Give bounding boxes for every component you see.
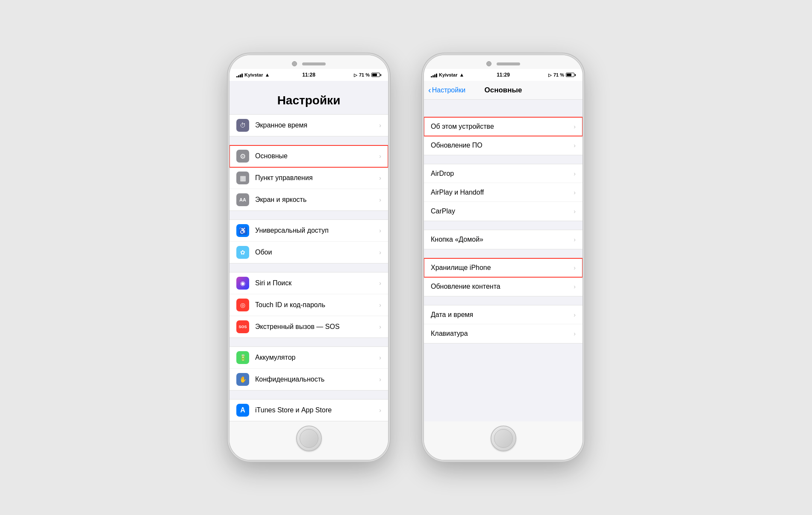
phone2-back-label: Настройки: [432, 86, 465, 94]
phone2-label-about: Об этом устройстве: [431, 123, 574, 130]
phone1-camera: [292, 61, 297, 66]
phone2-carrier: Kyivstar: [439, 72, 457, 77]
phone2-label-keyboard: Клавиатура: [431, 330, 574, 337]
phone1-row-control[interactable]: ▦ Пункт управления ›: [229, 167, 388, 189]
phone1-chevron-privacy: ›: [379, 376, 381, 383]
phone2-status-right: ▷ 71 %: [548, 72, 576, 77]
phone1-icon-siri: ◉: [236, 277, 249, 290]
phone2-label-airdrop: AirDrop: [431, 170, 574, 178]
phone1-row-display[interactable]: AA Экран и яркость ›: [229, 189, 388, 210]
phone2-row-airdrop[interactable]: AirDrop ›: [424, 164, 583, 183]
phone1-label-siri: Siri и Поиск: [255, 279, 379, 287]
phone1-row-screentime[interactable]: ⏱ Экранное время ›: [229, 115, 388, 136]
p2-signal-bar-2: [432, 75, 434, 77]
phone2-signal: [431, 73, 437, 77]
phone2-battery-fill: [567, 74, 571, 76]
battery-icon-glyph: 🔋: [239, 354, 247, 361]
phone1-chevron-sos: ›: [379, 323, 381, 330]
phone1-icon-general: ⚙: [236, 150, 249, 163]
phone2-row-bgrefresh[interactable]: Обновление контента ›: [424, 277, 583, 296]
phone2-bottom: [424, 421, 583, 460]
phone2-label-datetime: Дата и время: [431, 311, 574, 319]
phone1-camera-area: [292, 61, 326, 66]
touchid-icon-glyph: ◎: [240, 302, 245, 308]
phone1-bottom: [229, 421, 388, 460]
phone1-icon-control: ▦: [236, 172, 249, 184]
phone2-label-homebutton: Кнопка «Домой»: [431, 236, 574, 243]
phone1-battery-fill: [372, 74, 377, 76]
phone2-row-storage[interactable]: Хранилище iPhone ›: [424, 258, 583, 277]
phone2-section-1: Об этом устройстве › Обновление ПО ›: [424, 117, 583, 155]
phone1-top: [229, 55, 388, 69]
phone2-section-4: Хранилище iPhone › Обновление контента ›: [424, 258, 583, 296]
phone1-row-privacy[interactable]: ✋ Конфиденциальность ›: [229, 369, 388, 390]
phone2-section-5: Дата и время › Клавиатура ›: [424, 305, 583, 343]
phone2-home-button-inner: [494, 429, 513, 448]
phone2-row-homebutton[interactable]: Кнопка «Домой» ›: [424, 230, 583, 249]
phone1-chevron-display: ›: [379, 196, 381, 203]
phone2-row-carplay[interactable]: CarPlay ›: [424, 202, 583, 221]
phone1-chevron-wallpaper: ›: [379, 249, 381, 256]
signal-bar-3: [240, 74, 241, 77]
phone2-status-left: Kyivstar ▲: [431, 72, 464, 78]
phone1-row-touchid[interactable]: ◎ Touch ID и код-пароль ›: [229, 294, 388, 316]
phone1-row-wallpaper[interactable]: ✿ Обои ›: [229, 242, 388, 263]
sos-icon-glyph: SOS: [238, 325, 247, 329]
phone2-row-keyboard[interactable]: Клавиатура ›: [424, 324, 583, 343]
accessibility-icon-glyph: ♿: [238, 227, 247, 235]
phone1-icon-accessibility: ♿: [236, 224, 249, 237]
phone1-chevron-accessibility: ›: [379, 227, 381, 234]
phone1-label-control: Пункт управления: [255, 174, 379, 182]
phone1-row-accessibility[interactable]: ♿ Универсальный доступ ›: [229, 220, 388, 242]
phone1-row-general[interactable]: ⚙ Основные ›: [229, 145, 388, 167]
phone1-label-itunes: iTunes Store и App Store: [255, 406, 379, 414]
phone2-camera-area: [486, 61, 520, 66]
phone2-chevron-about: ›: [574, 123, 576, 130]
phone1-label-touchid: Touch ID и код-пароль: [255, 301, 379, 309]
p2-signal-bar-3: [434, 74, 435, 77]
phone1-battery-body: [371, 73, 380, 77]
phone2-label-airplay: AirPlay и Handoff: [431, 189, 574, 196]
phone1-row-sos[interactable]: SOS Экстренный вызов — SOS ›: [229, 316, 388, 337]
phone2-row-update[interactable]: Обновление ПО ›: [424, 136, 583, 155]
phone1-section-1: ⏱ Экранное время ›: [229, 114, 388, 136]
phone2-home-button[interactable]: [491, 426, 516, 451]
control-icon-glyph: ▦: [240, 174, 246, 182]
signal-bar-4: [241, 74, 243, 77]
phone2-back-arrow-icon: ‹: [428, 86, 431, 94]
phone2-label-update: Обновление ПО: [431, 142, 574, 149]
phone2-row-about[interactable]: Об этом устройстве ›: [424, 117, 583, 136]
phone2-chevron-bgrefresh: ›: [574, 283, 576, 290]
phone1-home-button[interactable]: [296, 426, 322, 451]
phone2-label-storage: Хранилище iPhone: [431, 264, 574, 272]
screentime-icon-glyph: ⏱: [240, 122, 246, 129]
phone1-row-battery[interactable]: 🔋 Аккумулятор ›: [229, 347, 388, 369]
phone2-nav-back[interactable]: ‹ Настройки: [428, 86, 465, 94]
phone1-section-4: ◉ Siri и Поиск › ◎ Touch ID и код-пароль…: [229, 272, 388, 338]
phone1-carrier: Kyivstar: [244, 72, 263, 77]
phone1-chevron-control: ›: [379, 175, 381, 181]
itunes-icon-glyph: A: [240, 406, 245, 414]
phone1-status-right: ▷ 71 %: [354, 72, 381, 77]
phone2-row-datetime[interactable]: Дата и время ›: [424, 305, 583, 324]
phone2-camera: [486, 61, 491, 66]
phone1-section-5: 🔋 Аккумулятор › ✋ Конфиденциальность ›: [229, 346, 388, 391]
phone1-battery-icon: [371, 73, 381, 77]
phone1-icon-battery: 🔋: [236, 351, 249, 364]
phone1-row-siri[interactable]: ◉ Siri и Поиск ›: [229, 272, 388, 294]
phone1-device: Kyivstar ▲ 11:28 ▷ 71 % Настройки: [229, 54, 389, 461]
phone1-chevron-touchid: ›: [379, 302, 381, 308]
phone1-icon-wallpaper: ✿: [236, 246, 249, 259]
phone1-icon-screentime: ⏱: [236, 119, 249, 132]
phone1-chevron-itunes: ›: [379, 407, 381, 414]
phone2-nav-title: Основные: [484, 86, 522, 95]
phone1-chevron-battery: ›: [379, 354, 381, 361]
phone1-signal: [236, 73, 243, 77]
phone1-label-display: Экран и яркость: [255, 196, 379, 204]
phone2-row-airplay[interactable]: AirPlay и Handoff ›: [424, 183, 583, 202]
phone1-label-sos: Экстренный вызов — SOS: [255, 323, 379, 331]
phone1-icon-itunes: A: [236, 404, 249, 417]
phone2-chevron-storage: ›: [574, 264, 576, 271]
phone1-row-itunes[interactable]: A iTunes Store и App Store ›: [229, 400, 388, 421]
phone1-wifi-icon: ▲: [265, 72, 270, 78]
